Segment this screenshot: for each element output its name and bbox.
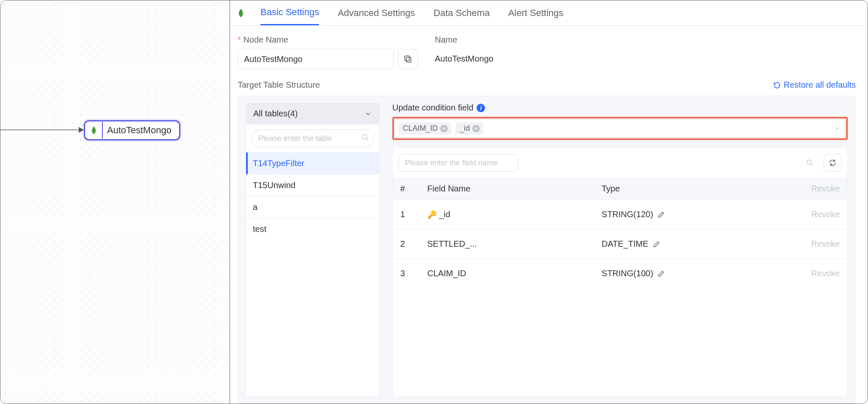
structure-title: Target Table Structure	[238, 80, 320, 90]
chevron-down-icon	[364, 110, 372, 118]
edit-icon[interactable]	[657, 211, 665, 218]
field-name-cell: CLAIM_ID	[427, 269, 602, 278]
node-autotestmongo[interactable]: AutoTestMongo	[84, 120, 180, 140]
canvas[interactable]: AutoTestMongo	[0, 0, 230, 404]
restore-defaults-link[interactable]: Restore all defaults	[773, 80, 856, 90]
table-item-t15unwind[interactable]: T15Unwind	[246, 174, 379, 196]
field-index: 1	[400, 210, 427, 219]
panel-body: Node Name Name AutoTestMongo Target Tabl…	[230, 26, 868, 404]
revoke-link[interactable]: Revoke	[793, 210, 840, 219]
field-type: DATE_TIME	[602, 239, 648, 249]
node-label: AutoTestMongo	[107, 125, 171, 136]
structure-area: All tables(4) T14TypeFilter T15Unwind a …	[238, 96, 856, 404]
revoke-link[interactable]: Revoke	[793, 239, 840, 249]
field-row: 3 CLAIM_ID STRING(100) Revoke	[393, 259, 847, 288]
restore-icon	[773, 81, 781, 89]
key-icon: 🔑	[427, 210, 437, 219]
refresh-icon	[828, 159, 837, 167]
update-condition-highlight: CLAIM_ID ✕ _id ✕	[392, 117, 848, 140]
mongo-icon	[86, 122, 103, 139]
table-item-t14typefilter[interactable]: T14TypeFilter	[246, 152, 379, 174]
revoke-link[interactable]: Revoke	[793, 269, 840, 278]
chip-label: CLAIM_ID	[403, 124, 438, 133]
field-search-input[interactable]	[399, 154, 518, 172]
chip-id: _id ✕	[455, 122, 483, 135]
tables-dropdown[interactable]: All tables(4)	[246, 103, 380, 124]
copy-icon	[403, 54, 413, 64]
edge-arrowhead	[79, 127, 84, 133]
tables-column: All tables(4) T14TypeFilter T15Unwind a …	[246, 103, 380, 396]
tables-header-label: All tables(4)	[253, 109, 298, 119]
table-item-a[interactable]: a	[246, 196, 379, 218]
chip-remove-icon[interactable]: ✕	[440, 125, 448, 132]
tab-basic-settings[interactable]: Basic Settings	[260, 0, 319, 25]
svg-point-4	[807, 160, 812, 164]
name-value: AutoTestMongo	[435, 49, 856, 64]
field-row: 1 🔑 _id STRING(120) Revoke	[393, 199, 847, 229]
form-row: Node Name Name AutoTestMongo	[238, 35, 856, 69]
chip-label: _id	[460, 124, 470, 133]
copy-button[interactable]	[398, 49, 418, 69]
edit-icon[interactable]	[653, 240, 660, 248]
svg-rect-0	[406, 57, 411, 62]
field-type: STRING(100)	[602, 269, 653, 278]
field-type: STRING(120)	[602, 210, 653, 219]
tab-alert-settings[interactable]: Alert Settings	[508, 0, 563, 25]
svg-rect-1	[405, 56, 410, 61]
col-type: Type	[602, 184, 793, 194]
field-type-cell: STRING(100)	[602, 269, 793, 278]
search-icon	[362, 134, 369, 141]
col-revoke: Revoke	[793, 184, 840, 194]
tables-body: T14TypeFilter T15Unwind a test	[246, 124, 380, 396]
edit-icon[interactable]	[657, 270, 665, 277]
update-condition-label: Update condition field	[392, 103, 473, 113]
col-index: #	[400, 184, 427, 194]
update-condition-select[interactable]: CLAIM_ID ✕ _id ✕	[395, 119, 845, 137]
field-type-cell: DATE_TIME	[602, 239, 793, 249]
field-row: 2 SETTLED_... DATE_TIME Revoke	[393, 229, 847, 259]
edge-line	[0, 129, 83, 130]
chip-claim-id: CLAIM_ID ✕	[399, 122, 451, 135]
settings-panel: Basic Settings Advanced Settings Data Sc…	[230, 0, 868, 404]
fields-header: # Field Name Type Revoke	[393, 178, 847, 199]
chevron-down-icon	[834, 125, 841, 132]
table-item-test[interactable]: test	[246, 218, 379, 240]
search-icon	[806, 159, 814, 167]
tab-data-schema[interactable]: Data Schema	[434, 0, 490, 25]
name-label: Name	[435, 35, 856, 45]
svg-point-2	[362, 135, 367, 139]
field-name-cell: 🔑 _id	[427, 210, 602, 219]
structure-header: Target Table Structure Restore all defau…	[238, 80, 856, 90]
field-name: SETTLED_...	[427, 239, 477, 249]
table-search-input[interactable]	[251, 129, 374, 147]
node-name-input[interactable]	[238, 49, 394, 69]
col-field-name: Field Name	[427, 184, 602, 194]
chip-remove-icon[interactable]: ✕	[472, 125, 480, 132]
field-name-cell: SETTLED_...	[427, 239, 602, 249]
svg-line-3	[366, 138, 368, 140]
restore-defaults-label: Restore all defaults	[784, 80, 856, 90]
fields-column: Update condition field i CLAIM_ID ✕ _id …	[392, 103, 848, 396]
mongo-icon	[236, 8, 246, 18]
node-name-label: Node Name	[238, 35, 418, 45]
update-condition-label-row: Update condition field i	[392, 103, 848, 113]
node-name-group: Node Name	[238, 35, 418, 69]
field-name: CLAIM_ID	[427, 269, 466, 278]
field-index: 2	[400, 239, 427, 249]
info-icon[interactable]: i	[477, 104, 485, 112]
field-index: 3	[400, 269, 427, 278]
fields-box: # Field Name Type Revoke 1 🔑 _id STRING(…	[392, 148, 848, 396]
svg-line-5	[811, 164, 813, 166]
refresh-button[interactable]	[824, 154, 841, 172]
tab-advanced-settings[interactable]: Advanced Settings	[338, 0, 415, 25]
field-type-cell: STRING(120)	[602, 210, 793, 219]
field-name: _id	[439, 210, 450, 219]
tabs: Basic Settings Advanced Settings Data Sc…	[230, 0, 868, 26]
name-group: Name AutoTestMongo	[435, 35, 856, 69]
